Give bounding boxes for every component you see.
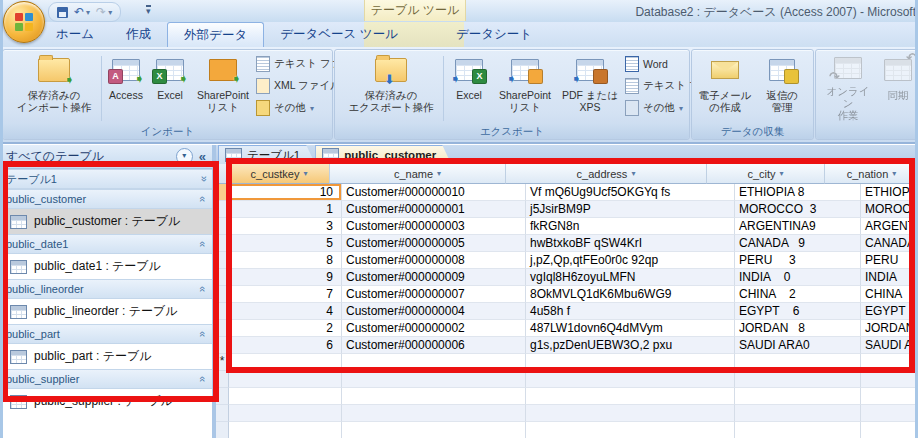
customize-qat-icon[interactable]: ▾: [146, 5, 151, 15]
ribbon-tab-データベース ツール[interactable]: データベース ツール: [264, 22, 414, 47]
empty-cell[interactable]: [861, 354, 918, 371]
manage-replies-button[interactable]: 返信の 管理: [756, 53, 808, 121]
filter-dropdown-icon[interactable]: ▾: [780, 169, 784, 178]
cell-c_custkey[interactable]: 5: [229, 235, 342, 252]
saved-exports-button[interactable]: ⬇ 保存済みの エクスポート操作: [343, 53, 439, 121]
cell-c_custkey[interactable]: 10: [229, 184, 342, 201]
cell-c_nation[interactable]: JORDAN: [861, 320, 918, 337]
cell-c_name[interactable]: Customer#000000002: [342, 320, 526, 337]
cell-c_city[interactable]: JORDAN 8: [735, 320, 861, 337]
cell-c_name[interactable]: Customer#000000006: [342, 337, 526, 354]
empty-cell[interactable]: [229, 354, 342, 371]
filter-dropdown-icon[interactable]: ▾: [437, 169, 441, 178]
row-selector[interactable]: [216, 303, 229, 320]
cell-c_city[interactable]: ETHIOPIA 8: [735, 184, 861, 201]
ribbon-tab-外部データ[interactable]: 外部データ: [167, 22, 264, 48]
cell-c_name[interactable]: Customer#000000003: [342, 218, 526, 235]
row-selector[interactable]: [216, 269, 229, 286]
row-selector[interactable]: [216, 235, 229, 252]
cell-c_name[interactable]: Customer#000000007: [342, 286, 526, 303]
export-sharepoint-button[interactable]: ➧ SharePoint リスト: [493, 53, 557, 121]
row-selector[interactable]: [216, 252, 229, 269]
column-header-c_nation[interactable]: c_nation▾: [825, 164, 918, 184]
cell-c_city[interactable]: MOROCCO 3: [735, 201, 861, 218]
export-excel-button[interactable]: X➧ Excel: [446, 53, 492, 121]
cell-c_address[interactable]: 8OkMVLQ1dK6Mbu6WG9: [526, 286, 735, 303]
import-text-file-button[interactable]: テキスト ファイル: [256, 55, 331, 73]
export-text-file-button[interactable]: テキスト ファイル: [625, 77, 687, 95]
ribbon-tab-ホーム[interactable]: ホーム: [40, 22, 110, 47]
cell-c_custkey[interactable]: 7: [229, 286, 342, 303]
cell-c_city[interactable]: ARGENTINA9: [735, 218, 861, 235]
import-more-button[interactable]: その他 ▾: [256, 99, 331, 117]
cell-c_nation[interactable]: MOROCCO: [861, 201, 918, 218]
filter-dropdown-icon[interactable]: ▾: [892, 169, 896, 178]
cell-c_address[interactable]: 487LW1dovn6Q4dMVym: [526, 320, 735, 337]
cell-c_nation[interactable]: INDIA: [861, 269, 918, 286]
column-header-c_city[interactable]: c_city▾: [707, 164, 825, 184]
nav-group-header-テーブル1[interactable]: テーブル1«: [0, 169, 212, 189]
cell-c_nation[interactable]: CANADA: [861, 235, 918, 252]
cell-c_address[interactable]: fkRGN8n: [526, 218, 735, 235]
nav-group-header-public_part[interactable]: public_part«: [0, 324, 212, 344]
cell-c_nation[interactable]: CHINA: [861, 286, 918, 303]
cell-c_address[interactable]: hwBtxkoBF qSW4KrI: [526, 235, 735, 252]
cell-c_nation[interactable]: EGYPT: [861, 303, 918, 320]
cell-c_nation[interactable]: ETHIOPIA: [861, 184, 918, 201]
cell-c_custkey[interactable]: 4: [229, 303, 342, 320]
nav-pane-header[interactable]: すべてのテーブル ▾ «: [0, 145, 212, 169]
cell-c_name[interactable]: Customer#000000010: [342, 184, 526, 201]
cell-c_custkey[interactable]: 6: [229, 337, 342, 354]
office-button[interactable]: [3, 1, 45, 43]
cell-c_name[interactable]: Customer#000000008: [342, 252, 526, 269]
save-icon[interactable]: [57, 7, 68, 18]
export-pdf-xps-button[interactable]: ➧ PDF または XPS: [558, 53, 622, 121]
cell-c_address[interactable]: Vf mQ6Ug9Ucf5OKGYq fs: [526, 184, 735, 201]
column-header-c_name[interactable]: c_name▾: [330, 164, 506, 184]
cell-c_address[interactable]: j,pZ,Qp,qtFEo0r0c 92qp: [526, 252, 735, 269]
filter-dropdown-icon[interactable]: ▾: [303, 169, 307, 178]
create-email-button[interactable]: 電子メール の作成: [696, 53, 754, 121]
cell-c_city[interactable]: CANADA 9: [735, 235, 861, 252]
cell-c_address[interactable]: 4u58h f: [526, 303, 735, 320]
nav-group-header-public_customer[interactable]: public_customer«: [0, 189, 212, 209]
redo-dropdown-icon[interactable]: ▾: [108, 8, 112, 17]
nav-item-public_supplier[interactable]: public_supplier : テーブル: [0, 389, 212, 414]
empty-cell[interactable]: [342, 354, 526, 371]
chevron-up-icon[interactable]: «: [197, 376, 209, 382]
empty-cell[interactable]: [526, 354, 735, 371]
nav-item-public_date1[interactable]: public_date1 : テーブル: [0, 254, 212, 279]
row-selector[interactable]: [216, 320, 229, 337]
import-sharepoint-button[interactable]: ➧ SharePoint リスト: [192, 53, 254, 121]
cell-c_city[interactable]: INDIA 0: [735, 269, 861, 286]
redo-icon[interactable]: ↷: [96, 6, 106, 18]
nav-group-header-public_date1[interactable]: public_date1«: [0, 234, 212, 254]
cell-c_custkey[interactable]: 3: [229, 218, 342, 235]
cell-c_city[interactable]: SAUDI ARA0: [735, 337, 861, 354]
import-group-label[interactable]: インポート: [3, 124, 332, 139]
nav-group-header-public_lineorder[interactable]: public_lineorder«: [0, 279, 212, 299]
cell-c_city[interactable]: CHINA 2: [735, 286, 861, 303]
cell-c_name[interactable]: Customer#000000005: [342, 235, 526, 252]
cell-c_nation[interactable]: PERU: [861, 252, 918, 269]
cell-c_custkey[interactable]: 8: [229, 252, 342, 269]
cell-c_city[interactable]: EGYPT 6: [735, 303, 861, 320]
empty-cell[interactable]: [735, 354, 861, 371]
new-record-selector[interactable]: *: [216, 354, 229, 371]
column-header-c_custkey[interactable]: c_custkey▾: [229, 164, 330, 184]
nav-group-header-public_supplier[interactable]: public_supplier«: [0, 369, 212, 389]
undo-icon[interactable]: ↶: [74, 6, 84, 18]
import-access-button[interactable]: A➧ Access: [104, 53, 148, 121]
cell-c_name[interactable]: Customer#000000001: [342, 201, 526, 218]
undo-dropdown-icon[interactable]: ▾: [86, 8, 90, 17]
cell-c_nation[interactable]: ARGENTINA: [861, 218, 918, 235]
select-all-corner[interactable]: [216, 164, 229, 184]
nav-item-public_part[interactable]: public_part : テーブル: [0, 344, 212, 369]
row-selector[interactable]: [216, 184, 229, 201]
ribbon-tab-データシート[interactable]: データシート: [440, 22, 548, 47]
cell-c_custkey[interactable]: 1: [229, 201, 342, 218]
import-xml-file-button[interactable]: XML ファイル: [256, 77, 331, 95]
chevron-down-icon[interactable]: «: [197, 176, 209, 182]
chevron-up-icon[interactable]: «: [197, 196, 209, 202]
cell-c_custkey[interactable]: 2: [229, 320, 342, 337]
